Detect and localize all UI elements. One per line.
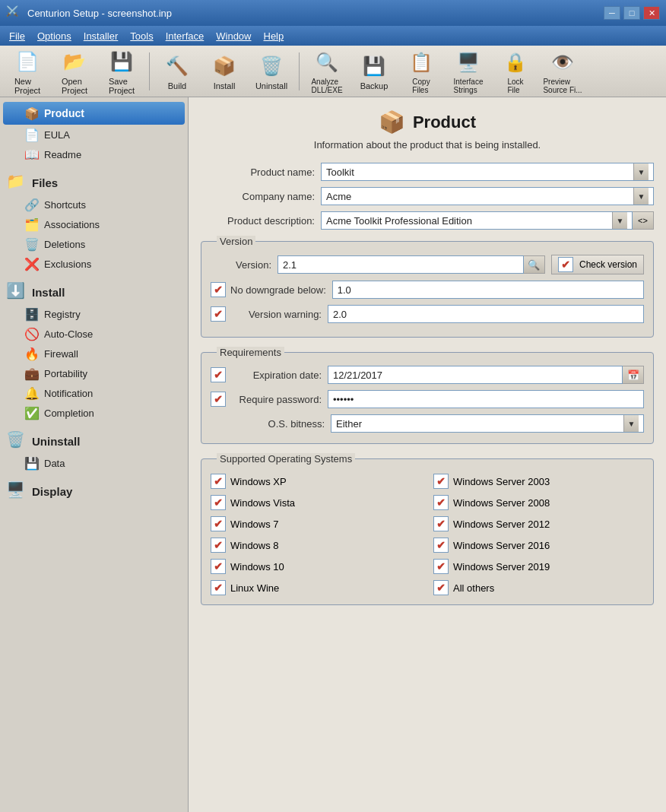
os-win10-checkbox[interactable]: ✔ [211,559,226,574]
preview-source-icon: 👁️ [549,49,576,76]
sidebar-item-notification[interactable]: 🔔 Notification [0,383,188,403]
expiration-check-mark: ✔ [214,369,223,381]
sidebar-item-associations[interactable]: 🗂️ Associations [0,214,188,234]
os-bitness-arrow[interactable]: ▼ [623,415,639,432]
sidebar-item-product[interactable]: 📦 Product [3,102,185,125]
files-section-label: Files [32,176,58,189]
os-winxp-checkbox[interactable]: ✔ [211,474,226,489]
deletions-icon: 🗑️ [24,236,40,252]
sidebar-section-files[interactable]: 📁 Files [0,169,188,195]
os-linuxwine-checkbox[interactable]: ✔ [211,580,226,595]
sidebar-section-uninstall[interactable]: 🗑️ Uninstall [0,427,188,453]
menu-options[interactable]: Options [31,29,78,43]
sidebar-scroll[interactable]: 📦 Product 📄 EULA 📖 Readme 📁 Files 🔗 Shor… [0,97,188,812]
company-name-control: Acme ▼ [321,187,654,205]
expiration-checkbox[interactable]: ✔ [211,367,226,382]
os-server2003-label: Windows Server 2003 [453,476,550,487]
sidebar-item-completion[interactable]: ✅ Completion [0,403,188,423]
password-checkbox[interactable]: ✔ [211,392,226,407]
sidebar-item-data[interactable]: 💾 Data [0,453,188,473]
menu-tools[interactable]: Tools [124,29,159,43]
display-section-icon: 🖥️ [6,481,27,502]
os-server2012-checkbox[interactable]: ✔ [433,516,449,531]
toolbar-build[interactable]: 🔨 Build [154,49,200,94]
sidebar-item-exclusions[interactable]: ❌ Exclusions [0,254,188,274]
password-input[interactable] [328,390,644,408]
os-linuxwine-label: Linux Wine [230,582,279,594]
os-server2019-checkbox[interactable]: ✔ [433,559,449,574]
exclusions-icon: ❌ [24,256,40,271]
product-desc-control: Acme Toolkit Professional Edition ▼ <> [321,211,654,230]
toolbar-copy-files[interactable]: 📋 CopyFiles [398,45,444,98]
page-title: Product [413,113,476,132]
version-input[interactable] [278,255,524,274]
toolbar-open-project[interactable]: 📂 OpenProject [52,44,97,99]
menu-window[interactable]: Window [210,29,257,43]
sidebar-item-eula[interactable]: 📄 EULA [0,125,188,144]
display-section-label: Display [32,485,72,498]
toolbar-interface-strings[interactable]: 🖥️ InterfaceStrings [446,45,491,98]
os-server2008-checkbox[interactable]: ✔ [433,495,449,510]
toolbar-new-project[interactable]: 📄 NewProject [5,44,50,99]
toolbar-save-project[interactable]: 💾 SaveProject [99,44,144,99]
os-server2003-checkbox[interactable]: ✔ [433,474,449,489]
no-downgrade-input[interactable] [332,281,644,299]
sidebar-item-deletions[interactable]: 🗑️ Deletions [0,234,188,254]
company-name-combo[interactable]: Acme ▼ [321,187,654,205]
registry-icon: 🗄️ [24,306,40,322]
sidebar-item-autoclose[interactable]: 🚫 Auto-Close [0,324,188,344]
company-name-arrow[interactable]: ▼ [633,188,649,205]
analyze-dll-label: AnalyzeDLL/EXE [311,78,342,94]
maximize-button[interactable]: □ [623,6,640,20]
product-name-arrow[interactable]: ▼ [633,163,649,180]
os-win8-checkbox[interactable]: ✔ [211,538,226,553]
toolbar-backup[interactable]: 💾 Backup [351,49,397,94]
toolbar-lock-file[interactable]: 🔒 LockFile [493,45,538,98]
os-server2016-checkbox[interactable]: ✔ [433,538,449,553]
expiration-calendar-btn[interactable]: 📅 [623,366,644,384]
sidebar-section-install[interactable]: ⬇️ Install [0,278,188,304]
version-browse-btn[interactable]: 🔍 [524,255,545,274]
check-version-btn[interactable]: ✔ Check version [551,255,644,274]
os-item-server2019: ✔ Windows Server 2019 [433,557,644,576]
save-project-icon: 💾 [108,48,135,75]
toolbar-install[interactable]: 📦 Install [201,49,247,94]
product-desc-arrow[interactable]: ▼ [612,212,627,229]
minimize-button[interactable]: ─ [604,6,620,20]
menu-help[interactable]: Help [258,29,290,43]
copy-files-icon: 📋 [408,49,435,76]
os-item-linuxwine: ✔ Linux Wine [211,579,421,597]
close-button[interactable]: ✕ [643,6,660,20]
sidebar-item-readme[interactable]: 📖 Readme [0,144,188,164]
product-desc-edit-btn[interactable]: <> [633,211,654,230]
menu-interface[interactable]: Interface [160,29,211,43]
sidebar-item-registry[interactable]: 🗄️ Registry [0,304,188,324]
no-downgrade-row: ✔ No downgrade below: [211,281,644,299]
product-name-combo[interactable]: Toolkit ▼ [321,163,654,181]
os-bitness-value: Either [336,418,623,430]
expiration-input[interactable] [328,366,623,384]
sidebar-item-portability[interactable]: 💼 Portability [0,363,188,383]
menu-installer[interactable]: Installer [78,29,125,43]
sidebar-item-firewall[interactable]: 🔥 Firewall [0,344,188,363]
toolbar-uninstall[interactable]: 🗑️ Uninstall [249,49,294,94]
toolbar-preview-source[interactable]: 👁️ PreviewSource Fi... [540,45,585,98]
version-number-row: Version: 🔍 ✔ Check version [211,255,644,274]
product-desc-combo[interactable]: Acme Toolkit Professional Edition ▼ [321,211,633,230]
version-warning-input[interactable] [328,305,644,323]
os-allothers-checkbox[interactable]: ✔ [433,580,449,595]
data-icon: 💾 [24,455,40,471]
sidebar-section-display[interactable]: 🖥️ Display [0,477,188,503]
os-item-server2016: ✔ Windows Server 2016 [433,536,644,554]
requirements-legend: Requirements [217,347,284,358]
os-winvista-checkbox[interactable]: ✔ [211,495,226,510]
no-downgrade-checkbox[interactable]: ✔ [211,282,226,297]
sidebar-item-shortcuts[interactable]: 🔗 Shortcuts [0,195,188,214]
os-bitness-combo[interactable]: Either ▼ [331,414,644,433]
toolbar-analyze-dll[interactable]: 🔍 AnalyzeDLL/EXE [304,45,350,98]
os-win7-checkbox[interactable]: ✔ [211,516,226,531]
check-version-checkbox[interactable]: ✔ [558,257,573,272]
uninstall-icon: 🗑️ [258,52,285,80]
version-warning-checkbox[interactable]: ✔ [211,306,226,322]
menu-file[interactable]: File [3,29,31,43]
